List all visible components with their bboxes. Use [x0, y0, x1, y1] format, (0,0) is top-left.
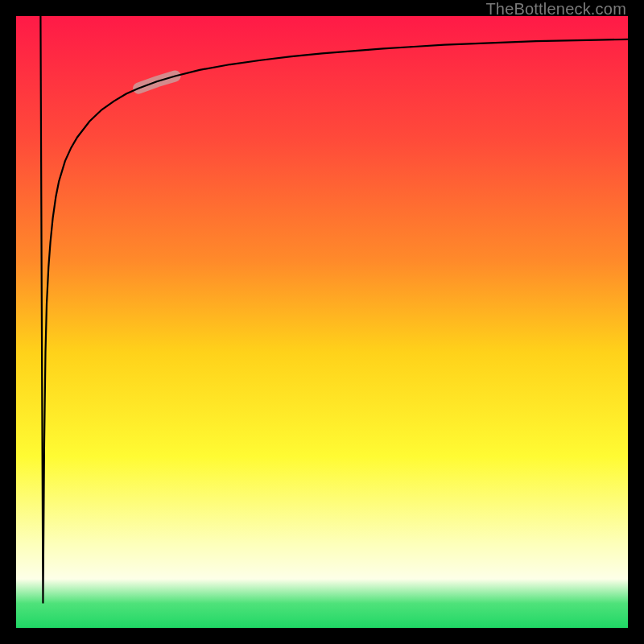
chart-svg: [16, 16, 628, 628]
chart-frame: [16, 16, 628, 628]
chart-background: [16, 16, 628, 628]
